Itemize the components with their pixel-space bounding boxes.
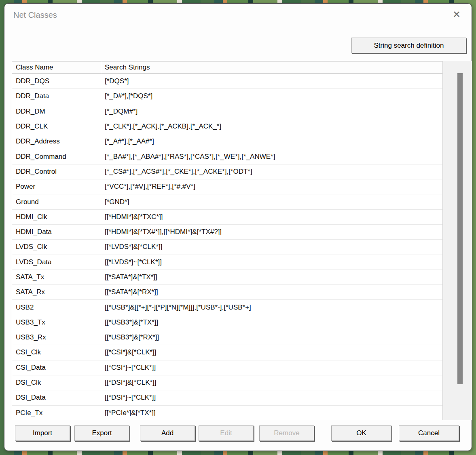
table-row[interactable]: LVDS_Clk [[*LVDS*]&[*CLK*]] xyxy=(12,240,442,255)
table-row[interactable]: CSI_Data [[*CSI*]~[*CLK*]] xyxy=(12,360,442,375)
search-strings-cell[interactable]: [*_A#*],[*_AA#*] xyxy=(101,134,442,149)
search-strings-cell[interactable]: [[*PCIe*]&[*TX*]] xyxy=(101,406,442,420)
table-row[interactable]: DDR_Command [*_BA#*],[*_ABA#*],[*RAS*],[… xyxy=(12,149,442,164)
search-strings-cell[interactable]: [[*HDMI*]&[*TXC*]] xyxy=(101,210,442,224)
close-icon: ✕ xyxy=(453,9,461,20)
table-row[interactable]: HDMI_Data [[*HDMI*]&[*TX#*]],[[*HDMI*]&[… xyxy=(12,225,442,240)
net-classes-table: Class Name Search Strings DDR_DQS [*DQS*… xyxy=(12,61,443,420)
table-body: DDR_DQS [*DQS*] DDR_Data [*_D#*],[*DQS*]… xyxy=(12,74,442,420)
search-strings-cell[interactable]: [[*LVDS*]~[*CLK*]] xyxy=(101,255,442,270)
ok-button[interactable]: OK xyxy=(331,426,391,441)
class-name-cell[interactable]: DDR_DQS xyxy=(12,74,101,88)
search-strings-cell[interactable]: [*_D#*],[*DQS*] xyxy=(101,89,442,103)
class-name-cell[interactable]: USB3_Tx xyxy=(12,315,101,330)
table-row[interactable]: DDR_Address [*_A#*],[*_AA#*] xyxy=(12,134,442,149)
search-strings-cell[interactable]: [[*DSI*]~[*CLK*]] xyxy=(101,390,442,405)
search-strings-cell[interactable]: [*DQS*] xyxy=(101,74,442,88)
search-strings-cell[interactable]: [[*CSI*]&[*CLK*]] xyxy=(101,345,442,360)
table-row[interactable]: SATA_Rx [[*SATA*]&[*RX*]] xyxy=(12,285,442,300)
table-row[interactable]: DDR_CLK [*_CLK*],[*_ACK],[*_ACKB],[*_ACK… xyxy=(12,119,442,134)
table-header: Class Name Search Strings xyxy=(12,61,442,74)
table-row[interactable]: PCIe_Tx [[*PCIe*]&[*TX*]] xyxy=(12,406,442,420)
net-classes-dialog: Net Classes ✕ String search definition C… xyxy=(4,3,472,451)
import-button[interactable]: Import xyxy=(15,426,70,441)
table-row[interactable]: DDR_Control [*_CS#*],[*_ACS#*],[*_CKE*],… xyxy=(12,164,442,179)
class-name-cell[interactable]: SATA_Tx xyxy=(12,270,101,284)
scrollbar-thumb[interactable] xyxy=(457,73,463,384)
class-name-cell[interactable]: DDR_Control xyxy=(12,164,101,179)
search-strings-cell[interactable]: [*_CLK*],[*_ACK],[*_ACKB],[*_ACK_*] xyxy=(101,119,442,134)
table-row[interactable]: Ground [*GND*] xyxy=(12,194,442,209)
export-button[interactable]: Export xyxy=(74,426,129,441)
class-name-cell[interactable]: DDR_DM xyxy=(12,104,101,119)
search-strings-cell[interactable]: [[*SATA*]&[*TX*]] xyxy=(101,270,442,284)
table-row[interactable]: Power [*VCC*],[*#V],[*REF*],[*#.#V*] xyxy=(12,179,442,194)
class-name-cell[interactable]: CSI_Clk xyxy=(12,345,101,360)
class-name-cell[interactable]: DDR_Address xyxy=(12,134,101,149)
vertical-scrollbar[interactable] xyxy=(443,61,472,420)
class-name-cell[interactable]: DSI_Data xyxy=(12,390,101,405)
class-name-cell[interactable]: LVDS_Data xyxy=(12,255,101,270)
class-name-cell[interactable]: CSI_Data xyxy=(12,360,101,375)
table-row[interactable]: DDR_DM [*_DQM#*] xyxy=(12,104,442,119)
table-row[interactable]: USB2 [[*USB*]&[[*+][*-][*P][*N][*M]]],[*… xyxy=(12,300,442,315)
search-strings-cell[interactable]: [[*USB*]&[[*+][*-][*P][*N][*M]]],[*USB*-… xyxy=(101,300,442,314)
search-strings-cell[interactable]: [[*USB3*]&[*RX*]] xyxy=(101,330,442,345)
search-strings-cell[interactable]: [[*LVDS*]&[*CLK*]] xyxy=(101,240,442,254)
search-strings-cell[interactable]: [[*SATA*]&[*RX*]] xyxy=(101,285,442,299)
close-button[interactable]: ✕ xyxy=(450,8,463,21)
table-row[interactable]: HDMI_Clk [[*HDMI*]&[*TXC*]] xyxy=(12,210,442,225)
class-name-cell[interactable]: SATA_Rx xyxy=(12,285,101,299)
cancel-button[interactable]: Cancel xyxy=(399,426,459,441)
edit-button: Edit xyxy=(199,426,254,441)
class-name-cell[interactable]: DDR_Command xyxy=(12,149,101,164)
table-row[interactable]: DDR_DQS [*DQS*] xyxy=(12,74,442,89)
table-row[interactable]: DSI_Clk [[*DSI*]&[*CLK*]] xyxy=(12,375,442,390)
table-row[interactable]: DSI_Data [[*DSI*]~[*CLK*]] xyxy=(12,390,442,405)
search-strings-cell[interactable]: [*GND*] xyxy=(101,194,442,209)
table-row[interactable]: LVDS_Data [[*LVDS*]~[*CLK*]] xyxy=(12,255,442,270)
class-name-cell[interactable]: DDR_CLK xyxy=(12,119,101,134)
table-row[interactable]: USB3_Rx [[*USB3*]&[*RX*]] xyxy=(12,330,442,345)
class-name-cell[interactable]: USB2 xyxy=(12,300,101,314)
table-row[interactable]: SATA_Tx [[*SATA*]&[*TX*]] xyxy=(12,270,442,285)
search-strings-cell[interactable]: [[*USB3*]&[*TX*]] xyxy=(101,315,442,330)
table-row[interactable]: CSI_Clk [[*CSI*]&[*CLK*]] xyxy=(12,345,442,360)
class-name-cell[interactable]: DSI_Clk xyxy=(12,375,101,390)
class-name-cell[interactable]: Power xyxy=(12,179,101,194)
search-strings-cell[interactable]: [[*DSI*]&[*CLK*]] xyxy=(101,375,442,390)
class-name-cell[interactable]: DDR_Data xyxy=(12,89,101,103)
search-strings-cell[interactable]: [*_BA#*],[*_ABA#*],[*RAS*],[*CAS*],[*_WE… xyxy=(101,149,442,164)
class-name-cell[interactable]: HDMI_Clk xyxy=(12,210,101,224)
string-search-definition-button[interactable]: String search definition xyxy=(351,38,466,53)
class-name-cell[interactable]: USB3_Rx xyxy=(12,330,101,345)
table-row[interactable]: USB3_Tx [[*USB3*]&[*TX*]] xyxy=(12,315,442,330)
search-strings-cell[interactable]: [[*HDMI*]&[*TX#*]],[[*HDMI*]&[*TX#?]] xyxy=(101,225,442,239)
search-strings-cell[interactable]: [*_CS#*],[*_ACS#*],[*_CKE*],[*_ACKE*],[*… xyxy=(101,164,442,179)
class-name-cell[interactable]: LVDS_Clk xyxy=(12,240,101,254)
search-strings-cell[interactable]: [*_DQM#*] xyxy=(101,104,442,119)
remove-button: Remove xyxy=(259,426,314,441)
dialog-title: Net Classes xyxy=(13,11,57,20)
class-name-cell[interactable]: Ground xyxy=(12,194,101,209)
column-header-class-name[interactable]: Class Name xyxy=(12,61,101,74)
class-name-cell[interactable]: HDMI_Data xyxy=(12,225,101,239)
search-strings-cell[interactable]: [*VCC*],[*#V],[*REF*],[*#.#V*] xyxy=(101,179,442,194)
column-header-search-strings[interactable]: Search Strings xyxy=(101,61,442,74)
class-name-cell[interactable]: PCIe_Tx xyxy=(12,406,101,420)
add-button[interactable]: Add xyxy=(140,426,195,441)
search-strings-cell[interactable]: [[*CSI*]~[*CLK*]] xyxy=(101,360,442,375)
table-row[interactable]: DDR_Data [*_D#*],[*DQS*] xyxy=(12,89,442,104)
